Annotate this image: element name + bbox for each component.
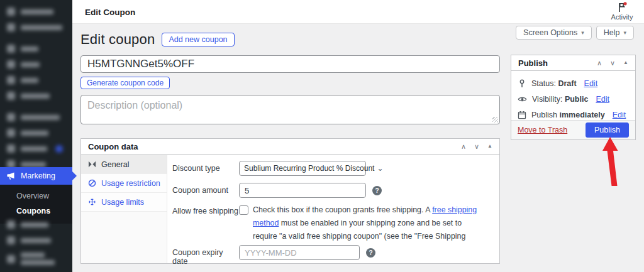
notification-dot — [623, 2, 626, 5]
move-to-trash-link[interactable]: Move to Trash — [518, 126, 567, 134]
sidebar-blurred-items-top — [0, 0, 72, 172]
generate-coupon-code-button[interactable]: Generate coupon code — [80, 77, 170, 89]
flag-icon — [617, 2, 627, 13]
description-textarea[interactable] — [80, 95, 500, 124]
page-title: Edit coupon — [80, 31, 155, 48]
utility-tabs: Screen Options ▾ Help ▾ — [516, 26, 634, 40]
schedule-text: Publish immediately — [531, 111, 605, 119]
help-button[interactable]: Help ▾ — [596, 26, 634, 40]
publish-button[interactable]: Publish — [586, 122, 629, 138]
sidebar-item-marketing[interactable]: Marketing — [0, 167, 72, 185]
tab-label: General — [101, 160, 129, 169]
megaphone-icon — [6, 171, 16, 181]
coupon-data-title: Coupon data — [88, 142, 461, 151]
general-icon — [88, 160, 96, 168]
chevron-down-icon: ▾ — [623, 30, 626, 36]
help-label: Help — [604, 28, 620, 37]
publish-panel-title: Publish — [518, 58, 597, 68]
help-icon[interactable]: ? — [372, 186, 382, 195]
coupon-code-input[interactable] — [80, 55, 500, 73]
topbar-title: Edit Coupon — [85, 8, 135, 17]
move-up-icon[interactable]: ∧ — [461, 143, 466, 150]
coupon-amount-label: Coupon amount — [172, 183, 239, 195]
toggle-panel-icon[interactable]: ▲ — [623, 60, 628, 65]
help-icon[interactable]: ? — [366, 248, 375, 258]
expiry-date-input[interactable] — [239, 245, 360, 260]
free-shipping-label: Allow free shipping — [172, 204, 239, 215]
screen-options-button[interactable]: Screen Options ▾ — [516, 26, 592, 40]
free-shipping-checkbox[interactable] — [239, 205, 248, 215]
limits-icon — [88, 198, 96, 206]
annotation-arrow-icon — [601, 137, 626, 188]
textarea-resize-handle[interactable] — [492, 117, 498, 122]
coupon-data-tabs: General Usage restriction Usage lim — [81, 155, 167, 263]
visibility-row: Visibility: Public Edit — [518, 91, 629, 107]
tab-label: Usage restriction — [101, 179, 160, 188]
edit-schedule-link[interactable]: Edit — [613, 111, 626, 119]
sidebar-blurred-items-bottom — [0, 214, 72, 269]
page-topbar: Edit Coupon Activity — [72, 0, 644, 24]
edit-coupon-page: Marketing Overview Coupons Edit Coupon A… — [0, 0, 644, 272]
toggle-panel-icon[interactable]: ▲ — [487, 144, 492, 149]
discount-type-value: Sublium Recurring Product % Discount — [244, 164, 374, 173]
active-menu-arrow — [72, 171, 77, 180]
move-down-icon[interactable]: ∨ — [474, 143, 479, 150]
screen-options-label: Screen Options — [523, 28, 577, 37]
visibility-text: Visibility: Public — [532, 95, 588, 104]
calendar-icon — [518, 111, 526, 119]
select-caret-icon: ⌄ — [377, 164, 383, 173]
status-text: Status: Draft — [531, 79, 577, 88]
discount-type-select[interactable]: Sublium Recurring Product % Discount ⌄ — [239, 161, 366, 176]
coupon-amount-input[interactable] — [239, 183, 366, 198]
expiry-date-label: Coupon expiry date — [172, 245, 239, 266]
sidebar-item-overview[interactable]: Overview — [0, 188, 72, 204]
tab-label: Usage limits — [101, 198, 144, 207]
admin-sidebar: Marketing Overview Coupons — [0, 0, 72, 272]
coupon-data-panel: Coupon data ∧ ∨ ▲ General — [80, 138, 500, 264]
activity-button[interactable]: Activity — [606, 2, 638, 21]
move-up-icon[interactable]: ∧ — [597, 60, 602, 67]
tab-usage-restriction[interactable]: Usage restriction — [81, 174, 167, 193]
restriction-icon — [88, 179, 96, 187]
tab-usage-limits[interactable]: Usage limits — [81, 193, 167, 212]
add-new-coupon-button[interactable]: Add new coupon — [162, 33, 234, 46]
main-content: Edit coupon Add new coupon Generate coup… — [80, 31, 500, 264]
edit-visibility-link[interactable]: Edit — [596, 95, 609, 104]
free-shipping-text: Check this box if the coupon grants free… — [253, 205, 432, 214]
discount-type-label: Discount type — [172, 161, 239, 173]
publish-panel: Publish ∧ ∨ ▲ Status: Draft Edit — [511, 55, 636, 140]
chevron-down-icon: ▾ — [581, 30, 584, 36]
activity-label: Activity — [606, 13, 638, 21]
sidebar-item-label: Marketing — [21, 171, 55, 180]
coupon-data-fields: Discount type Sublium Recurring Product … — [167, 155, 499, 263]
status-row: Status: Draft Edit — [518, 75, 629, 91]
move-down-icon[interactable]: ∨ — [610, 60, 615, 67]
edit-status-link[interactable]: Edit — [584, 79, 598, 88]
pin-icon — [518, 79, 526, 88]
eye-icon — [518, 95, 527, 104]
tab-general[interactable]: General — [81, 155, 167, 174]
